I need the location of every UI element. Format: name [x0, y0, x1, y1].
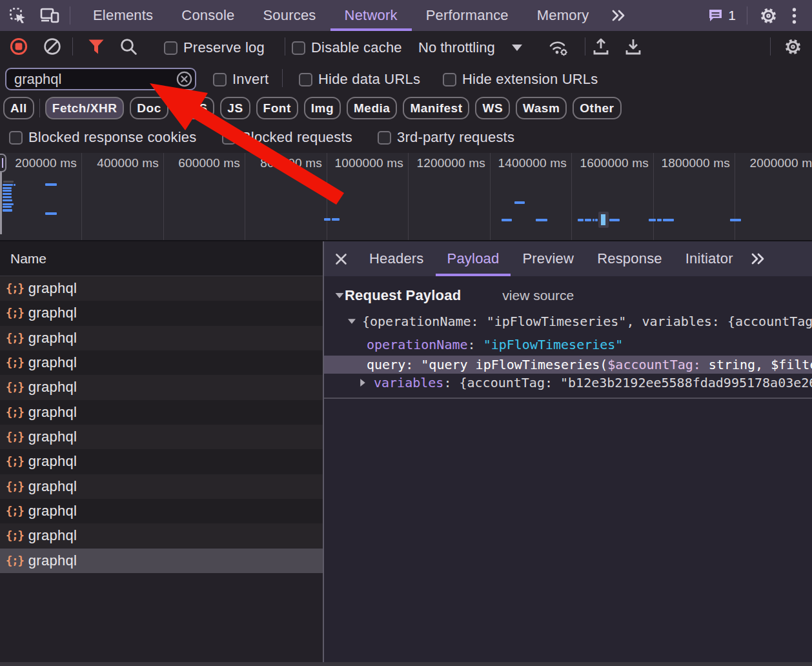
chip-img[interactable]: Img [304, 97, 341, 119]
request-row[interactable]: {;}graphql [0, 499, 323, 523]
name-column-header[interactable]: Name [0, 241, 323, 276]
console-messages-badge[interactable]: 1 [708, 8, 736, 23]
details-more-tabs-icon[interactable] [750, 252, 767, 266]
chip-media[interactable]: Media [347, 97, 397, 119]
export-har-button[interactable] [624, 37, 643, 56]
braces-json-icon: {;} [6, 381, 24, 394]
overview-request-bar [3, 196, 12, 198]
toolbar-separator-1 [72, 37, 73, 56]
request-row[interactable]: {;}graphql [0, 449, 323, 474]
invert-checkbox[interactable]: Invert [213, 71, 269, 88]
console-messages-count: 1 [728, 8, 736, 23]
chip-doc[interactable]: Doc [130, 97, 168, 119]
braces-json-icon: {;} [6, 480, 24, 493]
request-row[interactable]: {;}graphql [0, 350, 323, 375]
payload-row-text: {operationName: "ipFlowTimeseries", vari… [362, 314, 812, 329]
hide-extension-urls-checkbox[interactable]: Hide extension URLs [443, 71, 598, 88]
overview-tick-label: 200000 ms [5, 156, 77, 170]
settings-gear-icon[interactable] [758, 6, 778, 25]
disable-cache-checkbox[interactable]: Disable cache [292, 39, 402, 56]
chip-all[interactable]: All [3, 97, 34, 119]
request-row-selected[interactable]: {;}graphql [0, 549, 323, 573]
overview-request-bar [663, 219, 674, 221]
throttling-select[interactable]: No throttling [418, 39, 522, 56]
checkbox-3rd-party-requests[interactable]: 3rd-party requests [378, 129, 514, 146]
network-overview-timeline[interactable]: 200000 ms400000 ms600000 ms800000 ms1000… [0, 153, 812, 241]
record-stop-button[interactable] [10, 37, 28, 56]
clear-network-log-button[interactable] [43, 37, 61, 56]
import-har-icon [592, 37, 610, 56]
close-details-button[interactable] [324, 252, 358, 266]
details-tab-payload[interactable]: Payload [436, 241, 511, 276]
payload-row-1[interactable]: operationName: "ipFlowTimeseries" [324, 336, 812, 354]
chip-font[interactable]: Font [256, 97, 298, 119]
filter-toggle-button[interactable] [87, 37, 105, 56]
network-conditions-button[interactable] [547, 37, 569, 57]
collapsed-arrow-icon[interactable] [360, 379, 365, 387]
preserve-log-checkbox[interactable]: Preserve log [164, 39, 265, 56]
request-row[interactable]: {;}graphql [0, 474, 323, 499]
network-settings-gear-svg [784, 38, 802, 56]
tab-memory[interactable]: Memory [523, 0, 604, 31]
details-tab-preview[interactable]: Preview [511, 241, 585, 276]
network-settings-gear-icon[interactable] [784, 37, 802, 56]
request-row[interactable]: {;}graphql [0, 523, 323, 548]
kebab-menu-svg [792, 7, 797, 25]
chip-wasm[interactable]: Wasm [516, 97, 567, 119]
checkbox-blocked-response-cookies[interactable]: Blocked response cookies [9, 129, 196, 146]
view-source-link[interactable]: view source [502, 288, 574, 303]
device-toolbar-icon[interactable] [40, 6, 59, 25]
payload-row-0[interactable]: {operationName: "ipFlowTimeseries", vari… [324, 312, 812, 330]
request-row[interactable]: {;}graphql [0, 400, 323, 425]
kebab-menu-icon[interactable] [789, 6, 799, 25]
import-har-button[interactable] [591, 37, 611, 56]
inspect-icon[interactable] [8, 6, 27, 25]
tab-elements[interactable]: Elements [79, 0, 167, 31]
request-row[interactable]: {;}graphql [0, 276, 323, 301]
details-tab-headers[interactable]: Headers [358, 241, 436, 276]
request-row[interactable]: {;}graphql [0, 326, 323, 350]
overview-request-bar [3, 184, 13, 186]
chip-css[interactable]: CSS [174, 97, 215, 119]
tab-console[interactable]: Console [167, 0, 249, 31]
overview-request-bar [14, 184, 15, 186]
overview-tick-label: 1600000 ms [576, 156, 649, 170]
chips-separator [39, 99, 40, 117]
overview-drag-grip[interactable] [0, 154, 6, 172]
request-payload-section[interactable]: Request Payload view source [324, 287, 812, 305]
throttling-caret-icon [512, 45, 522, 51]
request-row[interactable]: {;}graphql [0, 425, 323, 449]
details-chevron-double-right-svg [750, 252, 767, 266]
tab-network[interactable]: Network [330, 0, 412, 31]
chip-fetch-xhr[interactable]: Fetch/XHR [45, 97, 125, 119]
filter-input[interactable]: graphql [5, 68, 196, 90]
details-tab-initiator[interactable]: Initiator [674, 241, 745, 276]
overview-tick-label: 1400000 ms [494, 156, 567, 170]
payload-row-2[interactable]: query: "query ipFlowTimeseries($accountT… [324, 356, 812, 374]
tab-performance[interactable]: Performance [412, 0, 523, 31]
overview-request-bar [3, 209, 12, 212]
tab-sources[interactable]: Sources [249, 0, 330, 31]
more-panels-icon[interactable] [603, 0, 635, 31]
payload-panel: Request Payload view source {operationNa… [324, 276, 812, 662]
chip-js[interactable]: JS [220, 97, 250, 119]
search-button[interactable] [119, 37, 137, 56]
checkbox-blocked-requests[interactable]: Blocked requests [222, 129, 352, 146]
clear-filter-icon[interactable] [176, 71, 192, 87]
hide-data-urls-checkbox[interactable]: Hide data URLs [299, 71, 420, 88]
chip-ws[interactable]: WS [475, 97, 510, 119]
chip-manifest[interactable]: Manifest [403, 97, 469, 119]
topbar-tabs: ElementsConsoleSourcesNetworkPerformance… [79, 0, 635, 31]
expanded-arrow-icon[interactable] [348, 319, 356, 324]
overview-tick-label: 2000000 ms [746, 156, 812, 170]
overview-tick-label: 1800000 ms [658, 156, 730, 170]
preserve-log-checkbox-box [164, 41, 178, 55]
filter-funnel-icon [88, 39, 105, 55]
chip-other[interactable]: Other [573, 97, 621, 119]
payload-row-3[interactable]: variables: {accountTag: "b12e3b2192ee558… [324, 374, 812, 392]
request-row[interactable]: {;}graphql [0, 375, 323, 399]
details-tab-response[interactable]: Response [585, 241, 674, 276]
braces-json-icon: {;} [6, 505, 24, 518]
request-row[interactable]: {;}graphql [0, 301, 323, 325]
overview-request-bar [3, 187, 12, 189]
